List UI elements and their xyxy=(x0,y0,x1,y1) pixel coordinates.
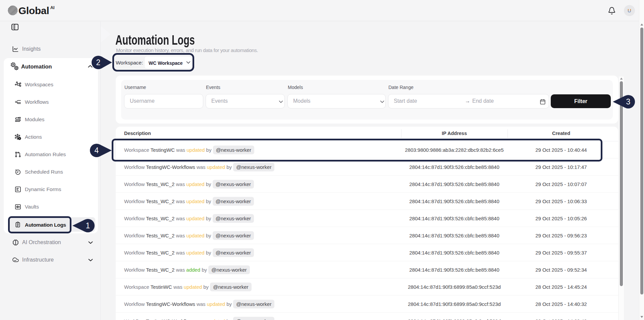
svg-text:1: 1 xyxy=(86,221,90,230)
svg-text:2: 2 xyxy=(96,58,101,67)
svg-text:4: 4 xyxy=(95,146,99,155)
svg-text:3: 3 xyxy=(626,97,631,106)
